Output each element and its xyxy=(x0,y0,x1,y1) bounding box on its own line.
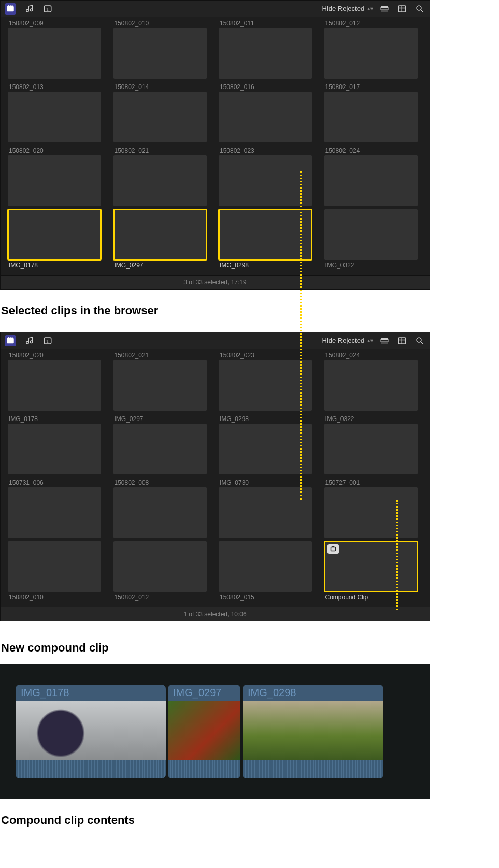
clip-item[interactable]: 150802_015 xyxy=(219,541,317,602)
clip-label: 150802_020 xyxy=(8,146,106,155)
clip-item[interactable]: IMG_0298 xyxy=(219,414,317,474)
clip-item[interactable]: 150802_010 xyxy=(113,18,212,79)
caption-compound-contents: Compound clip contents xyxy=(0,799,499,836)
clip-thumbnail[interactable] xyxy=(113,541,207,592)
clip-thumbnail[interactable] xyxy=(219,424,312,474)
clip-thumbnail[interactable] xyxy=(324,487,418,538)
clip-thumbnail[interactable] xyxy=(8,487,101,538)
clip-appearance-icon[interactable] xyxy=(379,335,390,346)
clip-item[interactable]: 150802_017 xyxy=(324,82,423,142)
clip-thumbnail[interactable] xyxy=(8,360,101,411)
timeline-clip-waveform xyxy=(243,760,383,778)
clips-tab-icon[interactable] xyxy=(5,335,16,346)
status-bar: 3 of 33 selected, 17:19 xyxy=(1,275,430,289)
browser-panel-2: T Hide Rejected▲▼ 150802_020150802_02115… xyxy=(0,332,430,621)
clip-item[interactable]: 150802_011 xyxy=(219,18,317,79)
clip-thumbnail[interactable] xyxy=(219,92,312,142)
clip-item[interactable]: IMG_0178 xyxy=(8,414,106,474)
titles-tab-icon[interactable]: T xyxy=(42,3,53,15)
clip-thumbnail[interactable] xyxy=(8,424,101,474)
clip-thumbnail[interactable] xyxy=(113,424,207,474)
clip-filter-dropdown[interactable]: Hide Rejected▲▼ xyxy=(322,337,373,344)
clip-label: 150802_023 xyxy=(219,350,317,360)
clip-item[interactable]: 150802_013 xyxy=(8,82,106,142)
search-icon[interactable] xyxy=(414,335,425,346)
clip-thumbnail[interactable] xyxy=(113,487,207,538)
clip-item[interactable]: 150802_023 xyxy=(219,146,317,206)
svg-rect-16 xyxy=(7,338,14,343)
clip-item[interactable]: 150802_023 xyxy=(219,350,317,411)
timeline-clip[interactable]: IMG_0178 xyxy=(16,685,166,778)
clip-thumbnail[interactable] xyxy=(219,209,312,260)
timeline-clip-waveform xyxy=(168,760,240,778)
clip-thumbnail[interactable] xyxy=(324,209,418,260)
clip-label: 150731_006 xyxy=(8,478,106,487)
clip-thumbnail[interactable] xyxy=(8,209,101,260)
clip-thumbnail[interactable] xyxy=(219,360,312,411)
clip-item[interactable]: 150802_021 xyxy=(113,146,212,206)
clip-item[interactable]: 150802_008 xyxy=(113,478,212,538)
clip-item[interactable]: 150802_010 xyxy=(8,541,106,602)
clip-item[interactable]: 150802_020 xyxy=(8,146,106,206)
clip-thumbnail[interactable] xyxy=(219,487,312,538)
clip-thumbnail[interactable] xyxy=(324,541,418,592)
timeline[interactable]: IMG_0178IMG_0297IMG_0298 xyxy=(16,685,415,778)
clip-label: IMG_0297 xyxy=(113,260,212,270)
clip-filter-dropdown[interactable]: Hide Rejected▲▼ xyxy=(322,5,373,12)
titles-tab-icon[interactable]: T xyxy=(42,335,53,346)
clip-thumbnail[interactable] xyxy=(113,28,207,79)
clip-item[interactable]: Compound Clip xyxy=(324,541,423,602)
clip-item[interactable]: 150802_012 xyxy=(324,18,423,79)
timeline-clip[interactable]: IMG_0297 xyxy=(168,685,240,778)
clip-item[interactable]: 150802_021 xyxy=(113,350,212,411)
search-icon[interactable] xyxy=(414,3,425,15)
clip-thumbnail[interactable] xyxy=(113,155,207,206)
clip-thumbnail[interactable] xyxy=(113,92,207,142)
clip-item[interactable]: 150727_001 xyxy=(324,478,423,538)
timeline-clip-thumbnail xyxy=(16,701,166,760)
clip-thumbnail[interactable] xyxy=(219,541,312,592)
clip-item[interactable]: 150731_006 xyxy=(8,478,106,538)
svg-point-30 xyxy=(417,338,421,342)
clip-thumbnail[interactable] xyxy=(324,424,418,474)
clip-thumbnail[interactable] xyxy=(324,155,418,206)
clip-item[interactable]: IMG_0730 xyxy=(219,478,317,538)
clip-thumbnail[interactable] xyxy=(8,92,101,142)
audio-tab-icon[interactable] xyxy=(23,335,35,346)
browser-panel-1: T Hide Rejected▲▼ 150802_009150802_01015… xyxy=(0,0,430,290)
clip-label: 150802_010 xyxy=(8,592,106,602)
clip-item[interactable]: 150802_020 xyxy=(8,350,106,411)
clips-tab-icon[interactable] xyxy=(5,3,16,15)
clip-thumbnail[interactable] xyxy=(219,155,312,206)
clip-item[interactable]: 150802_024 xyxy=(324,146,423,206)
clip-thumbnail[interactable] xyxy=(113,209,207,260)
clip-item[interactable]: 150802_012 xyxy=(113,541,212,602)
clip-item[interactable]: IMG_0322 xyxy=(324,209,423,270)
clip-thumbnail[interactable] xyxy=(8,155,101,206)
audio-tab-icon[interactable] xyxy=(23,3,35,15)
clip-item[interactable]: IMG_0298 xyxy=(219,209,317,270)
clip-item[interactable]: 150802_024 xyxy=(324,350,423,411)
clip-item[interactable]: IMG_0322 xyxy=(324,414,423,474)
clip-thumbnail[interactable] xyxy=(219,28,312,79)
timeline-clip[interactable]: IMG_0298 xyxy=(243,685,383,778)
clip-thumbnail[interactable] xyxy=(113,360,207,411)
clip-item[interactable]: IMG_0297 xyxy=(113,209,212,270)
clip-appearance-icon[interactable] xyxy=(379,3,390,15)
clip-thumbnail[interactable] xyxy=(324,360,418,411)
clip-item[interactable]: 150802_014 xyxy=(113,82,212,142)
clip-item[interactable]: 150802_016 xyxy=(219,82,317,142)
clip-item[interactable]: 150802_009 xyxy=(8,18,106,79)
svg-point-14 xyxy=(417,6,421,10)
clip-thumbnail[interactable] xyxy=(8,28,101,79)
timeline-clip-thumbnail xyxy=(168,701,240,760)
list-view-icon[interactable] xyxy=(396,335,408,346)
clip-item[interactable]: IMG_0297 xyxy=(113,414,212,474)
clip-thumbnail[interactable] xyxy=(324,28,418,79)
list-view-icon[interactable] xyxy=(396,3,408,15)
clip-thumbnail[interactable] xyxy=(324,92,418,142)
clip-label: 150802_023 xyxy=(219,146,317,155)
clip-item[interactable]: IMG_0178 xyxy=(8,209,106,270)
clip-thumbnail[interactable] xyxy=(8,541,101,592)
svg-text:T: T xyxy=(46,338,49,343)
